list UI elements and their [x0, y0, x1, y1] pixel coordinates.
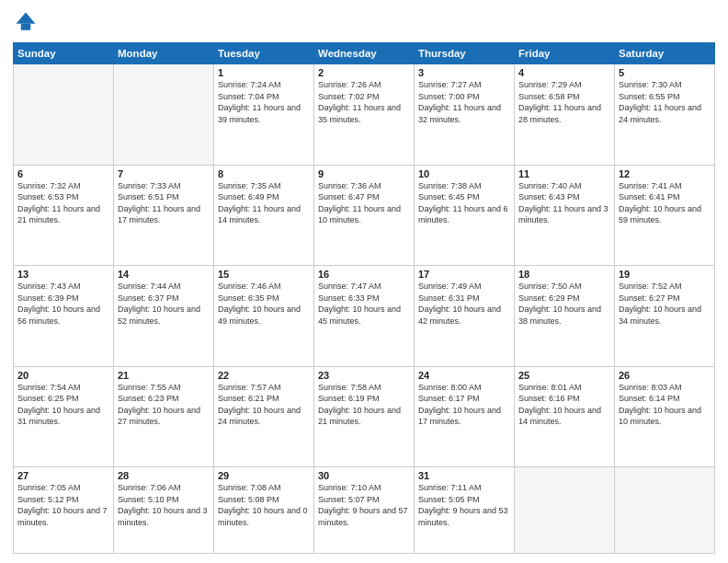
- calendar-cell: 22Sunrise: 7:57 AM Sunset: 6:21 PM Dayli…: [214, 366, 314, 467]
- day-info: Sunrise: 7:32 AM Sunset: 6:53 PM Dayligh…: [17, 180, 109, 226]
- day-number: 23: [318, 370, 410, 381]
- calendar-cell: 12Sunrise: 7:41 AM Sunset: 6:41 PM Dayli…: [615, 165, 715, 266]
- calendar-cell: 28Sunrise: 7:06 AM Sunset: 5:10 PM Dayli…: [114, 467, 214, 554]
- day-info: Sunrise: 8:00 AM Sunset: 6:17 PM Dayligh…: [418, 382, 510, 428]
- calendar-cell: [515, 467, 615, 554]
- day-number: 8: [218, 168, 310, 179]
- calendar-cell: 1Sunrise: 7:24 AM Sunset: 7:04 PM Daylig…: [214, 64, 314, 166]
- logo: [13, 9, 40, 35]
- day-number: 13: [17, 269, 109, 280]
- weekday-header-thursday: Thursday: [415, 43, 515, 64]
- calendar-cell: 16Sunrise: 7:47 AM Sunset: 6:33 PM Dayli…: [314, 266, 415, 367]
- calendar-cell: [615, 467, 715, 554]
- day-info: Sunrise: 7:49 AM Sunset: 6:31 PM Dayligh…: [418, 281, 510, 327]
- day-info: Sunrise: 7:11 AM Sunset: 5:05 PM Dayligh…: [418, 482, 510, 528]
- calendar-cell: 4Sunrise: 7:29 AM Sunset: 6:58 PM Daylig…: [515, 64, 615, 166]
- day-info: Sunrise: 7:05 AM Sunset: 5:12 PM Dayligh…: [17, 482, 109, 528]
- day-number: 2: [318, 67, 410, 78]
- day-number: 14: [118, 269, 210, 280]
- day-info: Sunrise: 7:24 AM Sunset: 7:04 PM Dayligh…: [218, 79, 310, 125]
- day-number: 1: [218, 67, 310, 78]
- weekday-header-saturday: Saturday: [615, 43, 715, 64]
- page: SundayMondayTuesdayWednesdayThursdayFrid…: [0, 0, 728, 563]
- day-info: Sunrise: 8:01 AM Sunset: 6:16 PM Dayligh…: [518, 382, 610, 428]
- svg-rect-1: [21, 24, 31, 30]
- day-number: 18: [518, 269, 610, 280]
- calendar-cell: 13Sunrise: 7:43 AM Sunset: 6:39 PM Dayli…: [14, 266, 114, 367]
- day-number: 20: [17, 370, 109, 381]
- calendar-cell: 8Sunrise: 7:35 AM Sunset: 6:49 PM Daylig…: [214, 165, 314, 266]
- day-info: Sunrise: 7:29 AM Sunset: 6:58 PM Dayligh…: [518, 79, 610, 125]
- calendar-cell: 14Sunrise: 7:44 AM Sunset: 6:37 PM Dayli…: [114, 266, 214, 367]
- day-info: Sunrise: 7:54 AM Sunset: 6:25 PM Dayligh…: [17, 382, 109, 428]
- weekday-header-tuesday: Tuesday: [214, 43, 314, 64]
- calendar-cell: 7Sunrise: 7:33 AM Sunset: 6:51 PM Daylig…: [114, 165, 214, 266]
- calendar-week-1: 1Sunrise: 7:24 AM Sunset: 7:04 PM Daylig…: [14, 64, 715, 166]
- calendar-cell: 2Sunrise: 7:26 AM Sunset: 7:02 PM Daylig…: [314, 64, 415, 166]
- calendar-cell: 20Sunrise: 7:54 AM Sunset: 6:25 PM Dayli…: [14, 366, 114, 467]
- calendar-cell: 21Sunrise: 7:55 AM Sunset: 6:23 PM Dayli…: [114, 366, 214, 467]
- logo-icon: [13, 9, 39, 35]
- calendar-cell: 25Sunrise: 8:01 AM Sunset: 6:16 PM Dayli…: [515, 366, 615, 467]
- day-info: Sunrise: 7:08 AM Sunset: 5:08 PM Dayligh…: [218, 482, 310, 528]
- day-info: Sunrise: 7:50 AM Sunset: 6:29 PM Dayligh…: [518, 281, 610, 327]
- day-number: 9: [318, 168, 410, 179]
- calendar-cell: 17Sunrise: 7:49 AM Sunset: 6:31 PM Dayli…: [415, 266, 515, 367]
- weekday-header-sunday: Sunday: [14, 43, 114, 64]
- day-number: 28: [118, 470, 210, 481]
- day-info: Sunrise: 7:27 AM Sunset: 7:00 PM Dayligh…: [418, 79, 510, 125]
- weekday-header-wednesday: Wednesday: [314, 43, 415, 64]
- calendar-cell: 27Sunrise: 7:05 AM Sunset: 5:12 PM Dayli…: [14, 467, 114, 554]
- day-number: 15: [218, 269, 310, 280]
- weekday-header-friday: Friday: [515, 43, 615, 64]
- day-number: 11: [518, 168, 610, 179]
- day-info: Sunrise: 7:47 AM Sunset: 6:33 PM Dayligh…: [318, 281, 410, 327]
- calendar-cell: 5Sunrise: 7:30 AM Sunset: 6:55 PM Daylig…: [615, 64, 715, 166]
- day-info: Sunrise: 7:35 AM Sunset: 6:49 PM Dayligh…: [218, 180, 310, 226]
- calendar-week-4: 20Sunrise: 7:54 AM Sunset: 6:25 PM Dayli…: [14, 366, 715, 467]
- day-number: 22: [218, 370, 310, 381]
- calendar-cell: 9Sunrise: 7:36 AM Sunset: 6:47 PM Daylig…: [314, 165, 415, 266]
- day-info: Sunrise: 7:44 AM Sunset: 6:37 PM Dayligh…: [118, 281, 210, 327]
- day-number: 12: [619, 168, 711, 179]
- day-number: 24: [418, 370, 510, 381]
- day-number: 4: [518, 67, 610, 78]
- day-info: Sunrise: 7:46 AM Sunset: 6:35 PM Dayligh…: [218, 281, 310, 327]
- day-info: Sunrise: 7:06 AM Sunset: 5:10 PM Dayligh…: [118, 482, 210, 528]
- day-number: 21: [118, 370, 210, 381]
- calendar-cell: [114, 64, 214, 166]
- day-info: Sunrise: 7:55 AM Sunset: 6:23 PM Dayligh…: [118, 382, 210, 428]
- calendar-cell: 29Sunrise: 7:08 AM Sunset: 5:08 PM Dayli…: [214, 467, 314, 554]
- day-info: Sunrise: 7:41 AM Sunset: 6:41 PM Dayligh…: [619, 180, 711, 226]
- day-info: Sunrise: 8:03 AM Sunset: 6:14 PM Dayligh…: [619, 382, 711, 428]
- day-info: Sunrise: 7:38 AM Sunset: 6:45 PM Dayligh…: [418, 180, 510, 226]
- calendar-week-5: 27Sunrise: 7:05 AM Sunset: 5:12 PM Dayli…: [14, 467, 715, 554]
- calendar-cell: 31Sunrise: 7:11 AM Sunset: 5:05 PM Dayli…: [415, 467, 515, 554]
- day-number: 6: [17, 168, 109, 179]
- day-number: 31: [418, 470, 510, 481]
- day-number: 5: [619, 67, 711, 78]
- day-number: 3: [418, 67, 510, 78]
- day-number: 29: [218, 470, 310, 481]
- day-info: Sunrise: 7:26 AM Sunset: 7:02 PM Dayligh…: [318, 79, 410, 125]
- day-info: Sunrise: 7:33 AM Sunset: 6:51 PM Dayligh…: [118, 180, 210, 226]
- calendar-week-3: 13Sunrise: 7:43 AM Sunset: 6:39 PM Dayli…: [14, 266, 715, 367]
- day-number: 27: [17, 470, 109, 481]
- weekday-header-row: SundayMondayTuesdayWednesdayThursdayFrid…: [14, 43, 715, 64]
- day-info: Sunrise: 7:40 AM Sunset: 6:43 PM Dayligh…: [518, 180, 610, 226]
- calendar-cell: 30Sunrise: 7:10 AM Sunset: 5:07 PM Dayli…: [314, 467, 415, 554]
- calendar-cell: 15Sunrise: 7:46 AM Sunset: 6:35 PM Dayli…: [214, 266, 314, 367]
- day-number: 19: [619, 269, 711, 280]
- calendar-week-2: 6Sunrise: 7:32 AM Sunset: 6:53 PM Daylig…: [14, 165, 715, 266]
- day-info: Sunrise: 7:30 AM Sunset: 6:55 PM Dayligh…: [619, 79, 711, 125]
- calendar-cell: 23Sunrise: 7:58 AM Sunset: 6:19 PM Dayli…: [314, 366, 415, 467]
- day-number: 26: [619, 370, 711, 381]
- day-info: Sunrise: 7:10 AM Sunset: 5:07 PM Dayligh…: [318, 482, 410, 528]
- day-number: 30: [318, 470, 410, 481]
- calendar-cell: 3Sunrise: 7:27 AM Sunset: 7:00 PM Daylig…: [415, 64, 515, 166]
- day-number: 17: [418, 269, 510, 280]
- weekday-header-monday: Monday: [114, 43, 214, 64]
- day-info: Sunrise: 7:57 AM Sunset: 6:21 PM Dayligh…: [218, 382, 310, 428]
- calendar-cell: 10Sunrise: 7:38 AM Sunset: 6:45 PM Dayli…: [415, 165, 515, 266]
- day-number: 25: [518, 370, 610, 381]
